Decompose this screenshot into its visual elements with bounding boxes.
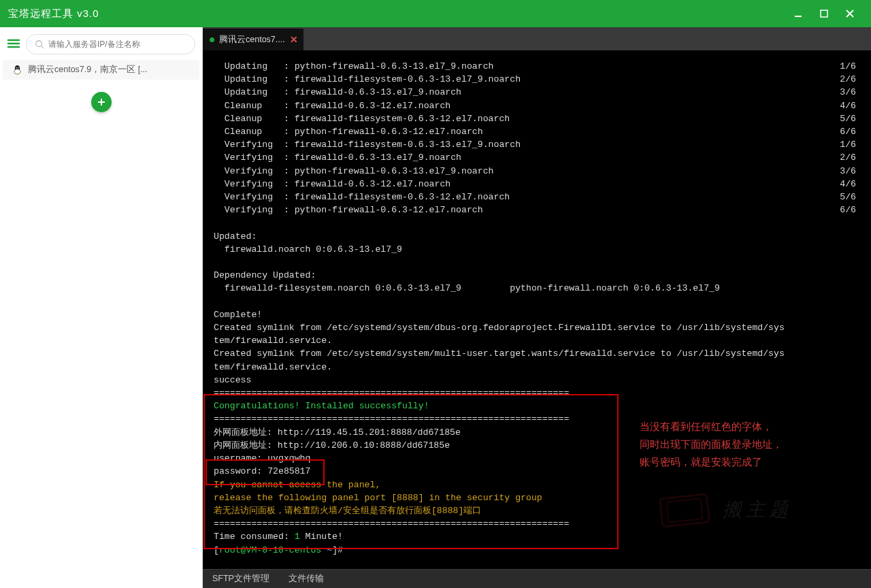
sftp-button[interactable]: SFTP文件管理 [212,573,269,585]
sidebar: 腾讯云centos7.9，南京一区 [... [0,27,203,588]
linux-icon [12,65,22,75]
svg-line-8 [42,46,44,49]
file-transfer-button[interactable]: 文件传输 [289,573,324,585]
bottom-bar: SFTP文件管理 文件传输 [203,569,871,588]
server-list-item[interactable]: 腾讯云centos7.9，南京一区 [... [3,60,199,80]
tab-close-icon[interactable]: ✕ [290,34,298,45]
svg-point-7 [36,41,42,47]
titlebar: 宝塔远程工具 v3.0 [0,0,871,27]
maximize-button[interactable] [811,0,837,27]
tab-label: 腾讯云centos7.... [219,34,285,46]
terminal-tab[interactable]: 腾讯云centos7.... ✕ [203,29,303,50]
add-server-button[interactable] [91,92,112,112]
status-dot-icon [210,37,214,42]
server-label: 腾讯云centos7.9，南京一区 [... [28,64,148,76]
close-button[interactable] [837,0,863,27]
plus-icon [97,97,106,107]
terminal-output[interactable]: Updating : python-firewall-0.6.3-13.el7_… [203,50,871,569]
annotation-text: 当没有看到任何红色的字体， 同时出现下面的面板登录地址， 账号密码，就是安装完成… [640,418,830,471]
svg-point-12 [18,67,19,69]
svg-rect-1 [821,10,827,17]
search-box[interactable] [26,34,195,54]
content-area: 腾讯云centos7.... ✕ Updating : python-firew… [203,27,871,588]
tab-bar: 腾讯云centos7.... ✕ [203,27,871,50]
svg-point-11 [16,67,17,69]
minimize-button[interactable] [785,0,811,27]
search-input[interactable] [48,39,186,49]
svg-point-10 [14,69,20,75]
search-icon [35,39,44,49]
app-title: 宝塔远程工具 v3.0 [8,7,785,20]
hamburger-icon[interactable] [7,38,20,51]
